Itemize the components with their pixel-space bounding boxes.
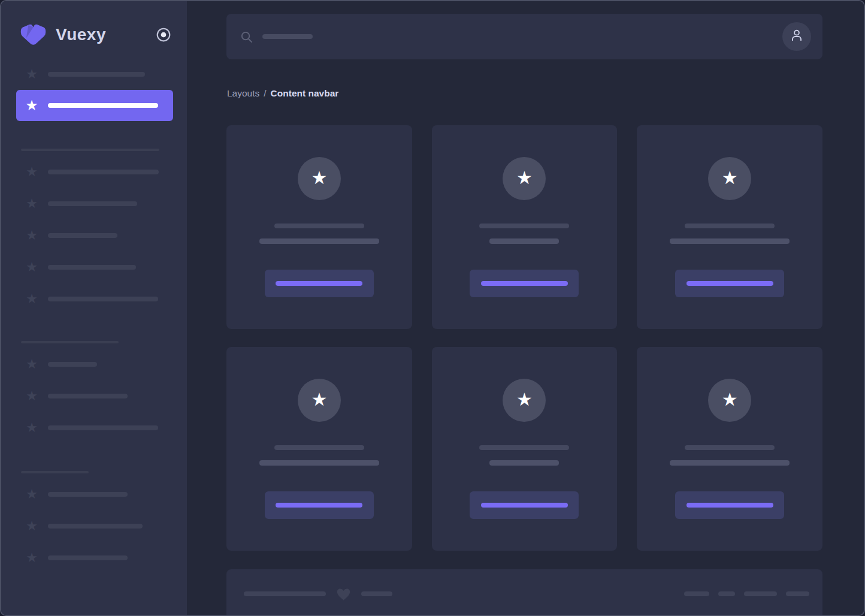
skeleton-line <box>274 445 364 450</box>
sidebar-item[interactable]: ★ <box>1 380 187 412</box>
skeleton-line <box>274 224 364 228</box>
skeleton-button[interactable] <box>675 491 784 519</box>
star-icon: ★ <box>24 261 40 274</box>
skeleton-bar <box>48 103 158 108</box>
star-icon: ★ <box>24 358 40 371</box>
skeleton-bar <box>48 265 136 270</box>
sidebar-item[interactable]: ★ <box>1 412 187 443</box>
skeleton-button-bar <box>481 281 568 286</box>
app-window: Vuexy ★ ★ ★ <box>0 0 865 616</box>
card-grid: ★ ★ ★ <box>226 125 822 551</box>
placeholder-card: ★ <box>637 347 822 551</box>
sidebar-section-label <box>21 341 119 343</box>
skeleton-bar <box>48 297 158 301</box>
sidebar-section-label <box>21 471 89 473</box>
star-icon: ★ <box>24 98 40 113</box>
breadcrumb-current: Content navbar <box>271 88 339 99</box>
skeleton-bar <box>361 591 392 596</box>
star-icon: ★ <box>24 229 40 242</box>
sidebar-item-active[interactable]: ★ <box>16 90 173 121</box>
skeleton-bar <box>244 591 326 596</box>
skeleton-bar <box>48 425 158 430</box>
sidebar-item[interactable]: ★ <box>1 478 187 510</box>
sidebar-group: ★ ★ ★ <box>1 348 187 443</box>
skeleton-bar <box>744 591 777 596</box>
sidebar: Vuexy ★ ★ ★ <box>1 1 187 615</box>
star-icon: ★ <box>24 488 40 501</box>
star-icon: ★ <box>24 292 40 306</box>
skeleton-line <box>489 238 559 244</box>
skeleton-bar <box>48 233 117 238</box>
skeleton-bar <box>48 394 128 398</box>
skeleton-bar <box>718 591 735 596</box>
skeleton-button-bar <box>276 281 362 286</box>
sidebar-item[interactable]: ★ <box>1 219 187 251</box>
sidebar-item[interactable]: ★ <box>1 283 187 315</box>
search-input[interactable] <box>240 14 782 59</box>
skeleton-button[interactable] <box>265 491 374 519</box>
skeleton-bar <box>684 591 709 596</box>
sidebar-group: ★ ★ ★ ★ ★ <box>1 156 187 315</box>
skeleton-bar <box>48 524 143 529</box>
heart-icon <box>335 586 352 602</box>
footer-left <box>244 586 392 602</box>
skeleton-line <box>670 460 790 466</box>
skeleton-bar <box>786 591 809 596</box>
star-icon: ★ <box>298 379 341 422</box>
sidebar-header: Vuexy <box>1 1 187 59</box>
skeleton-line <box>489 460 559 466</box>
skeleton-button-bar <box>686 503 773 508</box>
skeleton-line <box>685 224 775 228</box>
sidebar-item[interactable]: ★ <box>1 188 187 219</box>
breadcrumb-parent[interactable]: Layouts <box>227 88 259 99</box>
star-icon: ★ <box>24 197 40 210</box>
sidebar-item[interactable]: ★ <box>1 251 187 283</box>
skeleton-bar <box>48 170 159 174</box>
breadcrumb: Layouts / Content navbar <box>227 88 864 99</box>
sidebar-item[interactable]: ★ <box>1 59 187 90</box>
placeholder-card: ★ <box>637 125 822 329</box>
star-icon: ★ <box>24 551 40 564</box>
sidebar-item[interactable]: ★ <box>1 542 187 573</box>
search-icon <box>240 30 253 44</box>
star-icon: ★ <box>503 157 546 200</box>
sidebar-group: ★ ★ ★ <box>1 478 187 573</box>
sidebar-item[interactable]: ★ <box>1 156 187 188</box>
skeleton-bar <box>48 492 128 497</box>
placeholder-card: ★ <box>432 347 618 551</box>
star-icon: ★ <box>503 379 546 422</box>
skeleton-button-bar <box>686 281 773 286</box>
star-icon: ★ <box>24 68 40 81</box>
top-navbar <box>226 14 822 59</box>
user-avatar-button[interactable] <box>782 22 811 51</box>
skeleton-button[interactable] <box>675 270 784 297</box>
skeleton-bar <box>48 362 97 367</box>
sidebar-item[interactable]: ★ <box>1 510 187 542</box>
user-icon <box>789 28 804 46</box>
record-circle-icon[interactable] <box>156 27 171 43</box>
breadcrumb-separator: / <box>264 88 266 99</box>
skeleton-button[interactable] <box>470 270 579 297</box>
star-icon: ★ <box>708 379 751 422</box>
star-icon: ★ <box>24 520 40 533</box>
skeleton-bar <box>48 72 145 77</box>
skeleton-line <box>259 460 379 466</box>
app-title: Vuexy <box>56 25 106 44</box>
footer-links <box>684 591 809 596</box>
skeleton-button[interactable] <box>265 270 374 297</box>
skeleton-bar <box>48 201 137 206</box>
skeleton-button-bar <box>276 503 362 508</box>
placeholder-card: ★ <box>432 125 618 329</box>
skeleton-button[interactable] <box>470 491 579 519</box>
skeleton-line <box>479 224 569 228</box>
star-icon: ★ <box>24 421 40 434</box>
skeleton-line <box>685 445 775 450</box>
skeleton-line <box>670 238 790 244</box>
skeleton-button-bar <box>481 503 568 508</box>
sidebar-item[interactable]: ★ <box>1 348 187 380</box>
main-content: Layouts / Content navbar ★ ★ <box>187 1 864 615</box>
star-icon: ★ <box>24 389 40 403</box>
placeholder-card: ★ <box>226 125 412 329</box>
vuexy-logo <box>19 24 47 46</box>
skeleton-bar <box>48 555 128 560</box>
